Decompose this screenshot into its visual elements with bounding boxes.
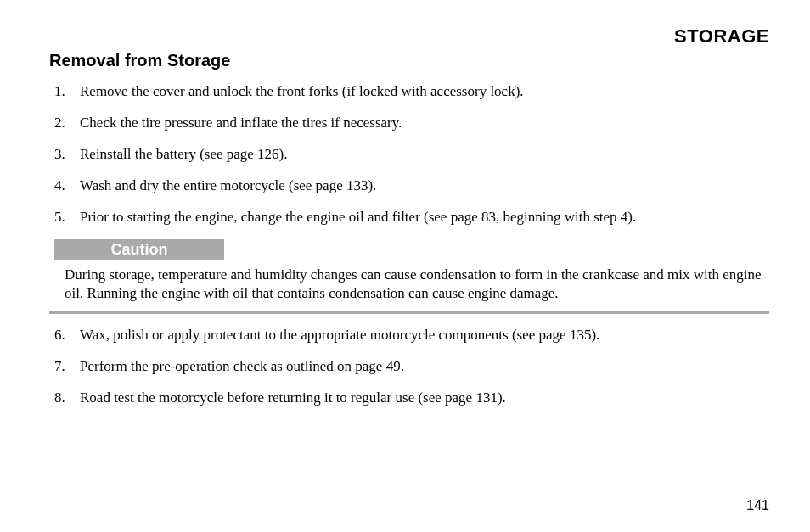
step-item: Reinstall the battery (see page 126). <box>49 145 769 165</box>
step-item: Check the tire pressure and inflate the … <box>49 114 769 133</box>
steps-list-after: Wax, polish or apply protectant to the a… <box>49 326 769 408</box>
caution-block: Caution During storage, temperature and … <box>49 239 769 314</box>
page-number: 141 <box>746 498 769 513</box>
step-item: Road test the motorcycle before returnin… <box>49 389 769 408</box>
caution-label: Caution <box>54 239 224 260</box>
steps-list-before: Remove the cover and unlock the front fo… <box>49 82 769 227</box>
step-item: Wax, polish or apply protectant to the a… <box>49 326 769 345</box>
step-item: Prior to starting the engine, change the… <box>49 208 769 227</box>
step-item: Wash and dry the entire motorcycle (see … <box>49 176 769 196</box>
caution-text: During storage, temperature and humidity… <box>49 266 769 314</box>
page-header: STORAGE <box>49 25 769 48</box>
step-item: Perform the pre-operation check as outli… <box>49 357 769 377</box>
step-item: Remove the cover and unlock the front fo… <box>49 82 769 102</box>
section-title: Removal from Storage <box>49 51 769 70</box>
